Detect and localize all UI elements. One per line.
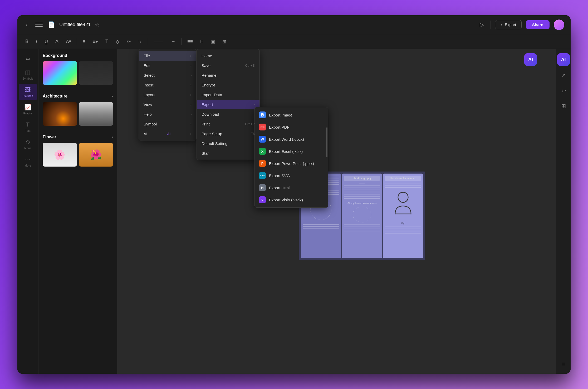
ai-gradient-icon: AI bbox=[167, 132, 170, 136]
right-ai-badge[interactable]: AI bbox=[557, 53, 570, 66]
flower-image-1[interactable]: 🌸 bbox=[43, 143, 77, 167]
right-btn-grid[interactable]: ⊞ bbox=[559, 101, 568, 112]
menu-l2-rename[interactable]: Rename bbox=[197, 70, 259, 80]
sidebar-item-pictures[interactable]: 🖼 Pictures bbox=[19, 84, 37, 100]
section-architecture: Architecture › bbox=[38, 89, 117, 130]
menu-insert-arrow: › bbox=[190, 83, 192, 87]
menu-item-help[interactable]: Help › bbox=[139, 109, 196, 119]
menu-item-ai[interactable]: AI AI › bbox=[139, 129, 196, 139]
toolbar-align[interactable]: ≡ bbox=[80, 37, 88, 46]
export-pptx-item[interactable]: P Export PowerPoint (.pptx) bbox=[255, 157, 328, 169]
export-visio-item[interactable]: V Export Visio (.vsdx) bbox=[255, 194, 328, 206]
right-btn-settings[interactable]: ≡ bbox=[560, 358, 567, 369]
right-btn-back[interactable]: ↩ bbox=[559, 85, 568, 96]
toolbar-connector[interactable]: ⤷ bbox=[135, 37, 145, 46]
menu-page-setup-label: Page Setup bbox=[202, 132, 222, 136]
hamburger-line1 bbox=[35, 23, 43, 23]
user-avatar[interactable] bbox=[554, 20, 564, 30]
sidebar-item-icons[interactable]: ☺ Icons bbox=[19, 136, 37, 152]
right-ai-label: AI bbox=[561, 57, 566, 62]
left-sidebar: ↩ ◫ Symbols 🖼 Pictures 📈 Graphs T Text ☺… bbox=[17, 49, 38, 374]
flower-image-1-preview: 🌸 bbox=[43, 143, 77, 167]
menu-level3-export: 🖼 Export Image PDF Export PDF W Export W… bbox=[254, 107, 328, 208]
toolbar-layout-grid[interactable]: ⊞ bbox=[220, 37, 229, 46]
menu-item-symbol[interactable]: Symbol › bbox=[139, 119, 196, 129]
menu-item-insert[interactable]: Insert › bbox=[139, 80, 196, 90]
sidebar-item-symbols[interactable]: ◫ Symbols bbox=[19, 66, 37, 83]
hamburger-button[interactable] bbox=[34, 20, 44, 30]
star-button[interactable]: ☆ bbox=[95, 22, 100, 28]
background-image-2-preview bbox=[79, 61, 113, 85]
menu-item-layout[interactable]: Layout › bbox=[139, 90, 196, 100]
export-image-item[interactable]: 🖼 Export Image bbox=[255, 109, 328, 121]
export-word-label: Export Word (.docx) bbox=[269, 137, 304, 142]
menu-l2-page-setup[interactable]: Page Setup F6 bbox=[197, 129, 259, 139]
export-html-item[interactable]: H Export Html bbox=[255, 182, 328, 194]
toolbar-grid[interactable]: ≡≡ bbox=[185, 37, 195, 46]
toolbar-font-color[interactable]: A bbox=[53, 37, 61, 46]
menu-l2-encrypt[interactable]: Encrypt bbox=[197, 80, 259, 90]
menu-l2-default-setting[interactable]: Default Setting bbox=[197, 139, 259, 148]
toolbar-text[interactable]: T bbox=[103, 37, 111, 46]
menu-l2-print[interactable]: Print Ctrl+P bbox=[197, 119, 259, 129]
menu-select-arrow: › bbox=[190, 73, 192, 77]
toolbar-line[interactable]: —— bbox=[151, 37, 166, 46]
menu-l2-save[interactable]: Save Ctrl+S bbox=[197, 61, 259, 70]
play-button[interactable]: ▷ bbox=[478, 19, 486, 30]
architecture-image-1[interactable] bbox=[43, 102, 77, 126]
export-button[interactable]: ↑ Export bbox=[495, 20, 522, 29]
sidebar-item-graphs[interactable]: 📈 Graphs bbox=[19, 101, 37, 118]
export-pdf-icon: PDF bbox=[259, 124, 266, 130]
toolbar-pen[interactable]: ✏ bbox=[124, 37, 133, 46]
background-image-1[interactable] bbox=[43, 61, 77, 85]
menu-help-arrow: › bbox=[190, 112, 192, 116]
toolbar-bold[interactable]: B bbox=[23, 37, 31, 46]
toolbar-frame[interactable]: □ bbox=[198, 37, 206, 46]
menu-l2-star[interactable]: Star bbox=[197, 148, 259, 158]
sidebar-item-text[interactable]: T Text bbox=[19, 119, 37, 135]
menu-item-select[interactable]: Select › bbox=[139, 70, 196, 80]
back-button[interactable]: ‹ bbox=[24, 19, 30, 31]
section-architecture-title: Architecture bbox=[43, 94, 67, 99]
section-architecture-arrow[interactable]: › bbox=[111, 93, 113, 99]
export-word-item[interactable]: W Export Word (.docx) bbox=[255, 133, 328, 145]
scrollbar-indicator bbox=[326, 127, 327, 157]
toolbar-underline[interactable]: U̲ bbox=[42, 37, 51, 46]
menu-edit-label: Edit bbox=[144, 63, 150, 68]
titlebar-left: ‹ 📄 Untitled file421 ☆ bbox=[24, 19, 100, 31]
menu-item-edit[interactable]: Edit › bbox=[139, 61, 196, 70]
background-image-2[interactable] bbox=[79, 61, 113, 85]
flower-image-2[interactable]: 🌺 bbox=[79, 143, 113, 167]
menu-select-label: Select bbox=[144, 73, 155, 77]
menu-item-view[interactable]: View › bbox=[139, 100, 196, 109]
menu-insert-label: Insert bbox=[144, 83, 154, 87]
menu-item-file[interactable]: File › bbox=[139, 51, 196, 61]
toolbar-frame2[interactable]: ▣ bbox=[208, 37, 218, 46]
canvas-area: AI bbox=[117, 49, 556, 374]
menu-l2-import-data[interactable]: Import Data bbox=[197, 90, 259, 100]
toolbar-arrow[interactable]: → bbox=[168, 37, 178, 46]
menu-l2-home[interactable]: Home bbox=[197, 51, 259, 61]
export-svg-icon: SVG bbox=[259, 172, 266, 179]
right-btn-upload[interactable]: ↗ bbox=[559, 70, 568, 81]
toolbar-divider3 bbox=[181, 38, 182, 45]
menu-save-shortcut: Ctrl+S bbox=[245, 64, 255, 67]
export-pdf-item[interactable]: PDF Export PDF bbox=[255, 121, 328, 133]
export-svg-item[interactable]: SVG Export SVG bbox=[255, 169, 328, 182]
sidebar-item-more[interactable]: ⋯ More bbox=[19, 153, 37, 170]
more-icon: ⋯ bbox=[25, 156, 31, 163]
export-excel-item[interactable]: X Export Excel (.xlsx) bbox=[255, 145, 328, 157]
architecture-image-2[interactable] bbox=[79, 102, 113, 126]
menu-l2-export[interactable]: Export › bbox=[197, 100, 259, 109]
share-button[interactable]: Share bbox=[526, 20, 550, 29]
hamburger-line2 bbox=[35, 25, 43, 25]
toolbar-italic[interactable]: I bbox=[33, 37, 40, 46]
section-flower-arrow[interactable]: › bbox=[111, 134, 113, 140]
toolbar-shape[interactable]: ◇ bbox=[113, 37, 122, 46]
section-architecture-header: Architecture › bbox=[43, 93, 113, 99]
toolbar-align-dropdown[interactable]: ≡▾ bbox=[90, 37, 101, 46]
undo-button[interactable]: ↩ bbox=[23, 53, 33, 65]
toolbar-font-size[interactable]: Aᵃ bbox=[63, 37, 74, 46]
titlebar-separator bbox=[491, 21, 491, 29]
menu-l2-download[interactable]: Download bbox=[197, 109, 259, 119]
